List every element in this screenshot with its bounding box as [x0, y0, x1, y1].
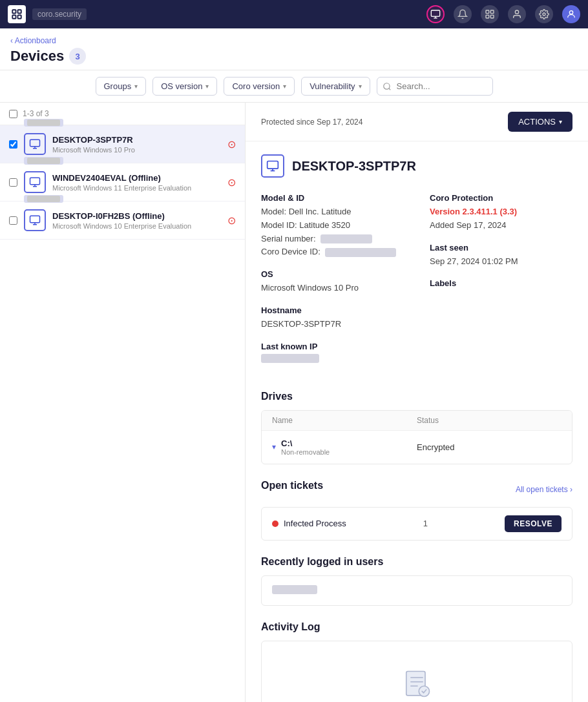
navbar-app-title: coro.security	[32, 8, 87, 20]
actions-button[interactable]: ACTIONS ▾	[508, 112, 572, 132]
page-title: Devices 3	[10, 48, 578, 65]
svg-rect-1	[18, 10, 21, 13]
svg-rect-8	[490, 10, 494, 14]
ticket-count: 1	[423, 519, 428, 528]
vulnerability-chevron-icon: ▾	[359, 83, 362, 90]
coro-version-filter-button[interactable]: Coro version ▾	[224, 77, 295, 96]
app-logo	[8, 5, 26, 23]
user-nav-icon[interactable]	[508, 5, 526, 23]
recent-users-section: Recently logged in users	[261, 556, 572, 606]
drive-name: C:\	[281, 439, 330, 448]
info-column-left: Model & ID Model: Dell Inc. Latitude Mod…	[261, 193, 404, 378]
svg-rect-14	[30, 139, 40, 147]
device-os-3: Microsoft Windows 10 Enterprise Evaluati…	[52, 222, 222, 230]
svg-rect-10	[490, 15, 494, 18]
svg-rect-17	[30, 178, 40, 185]
detail-panel: Protected since Sep 17, 2024 ACTIONS ▾ D…	[246, 103, 588, 702]
model-section: Model & ID Model: Dell Inc. Latitude Mod…	[261, 193, 404, 259]
svg-rect-3	[18, 15, 21, 19]
actions-chevron-icon: ▾	[559, 118, 562, 125]
vulnerability-filter-button[interactable]: Vulnerability ▾	[301, 77, 370, 96]
svg-point-30	[419, 686, 429, 696]
page-container: Actionboard Devices 3 Groups ▾ OS versio…	[0, 28, 588, 702]
navbar-left: coro.security	[8, 5, 87, 23]
avatar-nav-icon[interactable]	[562, 5, 580, 23]
groups-filter-button[interactable]: Groups ▾	[96, 77, 147, 96]
main-content: 1-3 of 3 ████████ DESKTOP-3SPTP7R Micros…	[0, 103, 588, 702]
drive-type: Non-removable	[281, 448, 330, 456]
ticket-row: Infected Process 1 RESOLVE	[261, 507, 572, 541]
alert-icon-2: ⊙	[227, 176, 236, 189]
last-seen-label: Last seen	[430, 243, 572, 253]
all-open-tickets-link[interactable]: All open tickets	[516, 485, 572, 494]
drives-col-status: Status	[417, 416, 562, 425]
page-title-text: Devices	[10, 48, 64, 65]
info-column-right: Coro Protection Version 2.3.411.1 (3.3) …	[430, 193, 572, 378]
os-version-chevron-icon: ▾	[205, 83, 209, 90]
last-ip-label: Last known IP	[261, 342, 404, 351]
recent-users-title: Recently logged in users	[261, 556, 572, 568]
monitor-nav-icon[interactable]	[426, 5, 445, 23]
coro-protection-label: Coro Protection	[430, 193, 572, 203]
hostname-value: DESKTOP-3SPTP7R	[261, 318, 404, 331]
detail-device-icon	[261, 154, 284, 178]
drive-name-info: C:\ Non-removable	[281, 439, 330, 456]
select-all-checkbox[interactable]	[9, 110, 17, 118]
list-summary: 1-3 of 3	[23, 109, 49, 118]
coro-protection-section: Coro Protection Version 2.3.411.1 (3.3) …	[430, 193, 572, 232]
coro-version-value: Version 2.3.411.1 (3.3)	[430, 205, 572, 219]
drives-title: Drives	[261, 391, 572, 402]
settings-nav-icon[interactable]	[535, 5, 553, 23]
device-icon-1	[24, 133, 46, 155]
alert-icon-3: ⊙	[227, 214, 236, 227]
model-id-value: Model ID: Latitude 3520	[261, 219, 404, 232]
hostname-label: Hostname	[261, 305, 404, 315]
device-info-3: DESKTOP-I0FH2BS (Offline) Microsoft Wind…	[52, 211, 222, 230]
open-tickets-title: Open tickets	[261, 480, 323, 491]
drive-expand-chevron[interactable]: ▾	[272, 442, 276, 451]
device-checkbox-3[interactable]	[9, 216, 17, 225]
open-tickets-section: Open tickets All open tickets Infected P…	[261, 480, 572, 541]
device-os-1: Microsoft Windows 10 Pro	[52, 146, 222, 154]
bell-nav-icon[interactable]	[454, 5, 472, 23]
recent-users-list	[261, 575, 572, 606]
device-item[interactable]: ████████ DESKTOP-I0FH2BS (Offline) Micro…	[0, 201, 245, 240]
hostname-section: Hostname DESKTOP-3SPTP7R	[261, 305, 404, 331]
os-version-filter-button[interactable]: OS version ▾	[152, 77, 217, 96]
ticket-left: Infected Process	[272, 519, 346, 528]
recent-user-blurred	[272, 585, 317, 594]
tickets-header: Open tickets All open tickets	[261, 480, 572, 499]
resolve-button[interactable]: RESOLVE	[505, 515, 562, 532]
drive-status: Encrypted	[417, 442, 562, 452]
breadcrumb[interactable]: Actionboard	[10, 36, 578, 45]
info-grid: Model & ID Model: Dell Inc. Latitude Mod…	[261, 193, 572, 378]
svg-point-13	[569, 11, 572, 14]
activity-empty-state: No registered activity	[261, 641, 572, 702]
device-name-2: WINDEV2404EVAL (Offline)	[52, 173, 222, 183]
last-ip-value	[261, 354, 404, 367]
activity-empty-icon	[400, 667, 434, 702]
detail-body: DESKTOP-3SPTP7R Model & ID Model: Dell I…	[246, 141, 588, 702]
os-value: Microsoft Windows 10 Pro	[261, 282, 404, 295]
last-ip-section: Last known IP	[261, 342, 404, 367]
device-checkbox-2[interactable]	[9, 178, 17, 187]
svg-rect-4	[431, 10, 439, 16]
alert-icon-1: ⊙	[227, 138, 236, 150]
protected-since: Protected since Sep 17, 2024	[261, 118, 362, 127]
device-name-1: DESKTOP-3SPTP7R	[52, 135, 222, 145]
svg-rect-2	[12, 15, 16, 19]
navbar-icons	[426, 5, 580, 23]
device-checkbox-1[interactable]	[9, 140, 17, 149]
model-value: Model: Dell Inc. Latitude	[261, 205, 404, 219]
device-info-2: WINDEV2404EVAL (Offline) Microsoft Windo…	[52, 173, 222, 192]
drives-table: Name Status ▾ C:\ Non-removable Encrypte…	[261, 410, 572, 464]
grid-nav-icon[interactable]	[481, 5, 499, 23]
labels-section: Labels	[430, 278, 572, 288]
drive-name-cell: ▾ C:\ Non-removable	[272, 439, 417, 456]
search-input[interactable]	[377, 77, 493, 96]
svg-rect-20	[30, 216, 40, 223]
ticket-status-dot	[272, 521, 278, 527]
coro-device-id-row: Coro Device ID:	[261, 245, 404, 259]
device-info-1: DESKTOP-3SPTP7R Microsoft Windows 10 Pro	[52, 135, 222, 154]
navbar: coro.security	[0, 0, 588, 28]
